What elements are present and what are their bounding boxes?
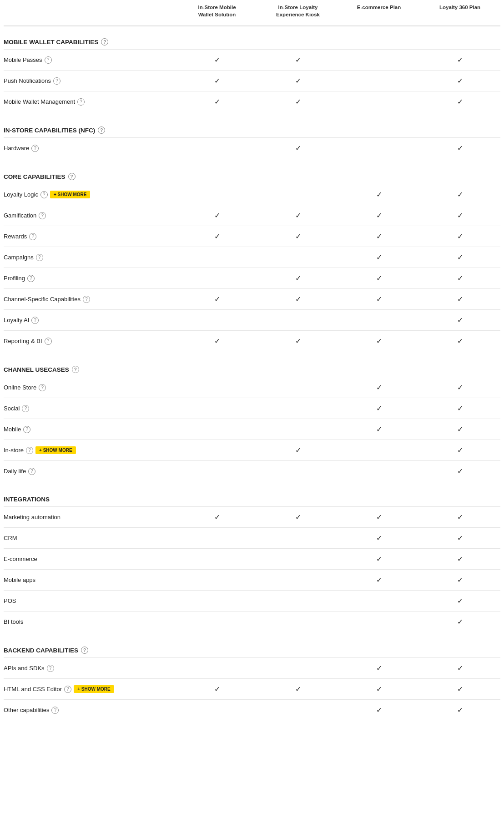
check-cell-col2: ✓ (257, 232, 338, 241)
check-cell-col3: ✓ (338, 211, 419, 220)
row-help-icon[interactable]: ? (26, 447, 33, 454)
checkmark-icon: ✓ (376, 404, 382, 412)
check-cell-col3: ✓ (338, 383, 419, 392)
checkmark-icon: ✓ (457, 664, 463, 672)
row-help-icon[interactable]: ? (51, 707, 59, 714)
checkmark-icon: ✓ (376, 232, 382, 240)
checkmark-icon: ✓ (457, 337, 463, 345)
row-label: Marketing automation (4, 509, 176, 525)
row-help-icon[interactable]: ? (36, 254, 43, 261)
checkmark-icon: ✓ (295, 295, 301, 303)
row-help-icon[interactable]: ? (53, 77, 60, 85)
checkmark-icon: ✓ (376, 191, 382, 198)
row-label: Mobile Passes? (4, 52, 176, 68)
check-cell-col4: ✓ (419, 575, 500, 585)
show-more-button[interactable]: + SHOW MORE (74, 685, 114, 693)
row-label-text: Mobile apps (4, 576, 35, 583)
checkmark-icon: ✓ (457, 425, 463, 433)
checkmark-icon: ✓ (295, 212, 301, 219)
check-cell-col4: ✓ (419, 445, 500, 455)
row-label: Social? (4, 400, 176, 417)
row-help-icon[interactable]: ? (77, 98, 85, 106)
row-help-icon[interactable]: ? (31, 145, 39, 152)
row-help-icon[interactable]: ? (83, 296, 90, 303)
checkmark-icon: ✓ (376, 576, 382, 584)
show-more-button[interactable]: + SHOW MORE (50, 191, 91, 198)
checkmark-icon: ✓ (457, 404, 463, 412)
row-help-icon[interactable]: ? (28, 468, 35, 475)
help-icon-channel-usecases[interactable]: ? (72, 366, 79, 373)
checkmark-icon: ✓ (457, 467, 463, 475)
row-label-text: Mobile Wallet Management (4, 98, 75, 105)
table-row: Mobile?✓✓ (4, 419, 500, 440)
row-label-text: BI tools (4, 618, 23, 625)
row-label-text: E-commerce (4, 556, 37, 562)
checkmark-icon: ✓ (457, 706, 463, 714)
row-help-icon[interactable]: ? (40, 191, 48, 198)
check-cell-col3: ✓ (338, 294, 419, 304)
checkmark-icon: ✓ (295, 232, 301, 240)
row-help-icon[interactable]: ? (39, 384, 46, 391)
help-icon-backend[interactable]: ? (81, 647, 88, 654)
row-help-icon[interactable]: ? (27, 275, 35, 282)
col-header-2: In-Store LoyaltyExperience Kiosk (257, 0, 338, 22)
checkmark-icon: ✓ (214, 56, 220, 64)
section-header-integrations: INTEGRATIONS (4, 486, 500, 506)
row-help-icon[interactable]: ? (47, 665, 54, 672)
check-cell-col2: ✓ (257, 684, 338, 694)
checkmark-icon: ✓ (376, 513, 382, 521)
check-cell-col3: ✓ (338, 425, 419, 434)
show-more-button[interactable]: + SHOW MORE (35, 446, 76, 454)
row-label: Mobile apps (4, 572, 176, 588)
row-label-text: Mobile (4, 426, 21, 433)
row-label-text: Profiling (4, 275, 25, 282)
row-help-icon[interactable]: ? (45, 56, 52, 64)
checkmark-icon: ✓ (214, 337, 220, 345)
row-help-icon[interactable]: ? (29, 233, 36, 240)
row-label-text: APIs and SDKs (4, 665, 45, 672)
check-cell-col4: ✓ (419, 294, 500, 304)
check-cell-col2: ✓ (257, 273, 338, 283)
row-label-text: Hardware (4, 145, 29, 152)
row-help-icon[interactable]: ? (23, 426, 30, 433)
col-header-1: In-Store MobileWallet Solution (176, 0, 257, 22)
check-cell-col4: ✓ (419, 425, 500, 434)
checkmark-icon: ✓ (457, 98, 463, 106)
checkmark-icon: ✓ (295, 337, 301, 345)
check-cell-col3: ✓ (338, 232, 419, 241)
row-help-icon[interactable]: ? (64, 686, 71, 693)
checkmark-icon: ✓ (376, 534, 382, 542)
check-cell-col1: ✓ (176, 232, 257, 241)
checkmark-icon: ✓ (214, 77, 220, 85)
row-help-icon[interactable]: ? (22, 405, 29, 412)
table-row: Loyalty AI?✓ (4, 309, 500, 330)
row-help-icon[interactable]: ? (45, 338, 52, 345)
check-cell-col4: ✓ (419, 55, 500, 65)
row-label: Mobile? (4, 421, 176, 438)
table-row: POS✓ (4, 590, 500, 611)
checkmark-icon: ✓ (457, 232, 463, 240)
check-cell-col3: ✓ (338, 273, 419, 283)
checkmark-icon: ✓ (376, 555, 382, 563)
check-cell-col3: ✓ (338, 575, 419, 585)
section-spacer (4, 481, 500, 486)
check-cell-col3: ✓ (338, 684, 419, 694)
table-row: Reporting & BI?✓✓✓✓ (4, 330, 500, 351)
row-label: HTML and CSS Editor?+ SHOW MORE (4, 681, 176, 697)
help-icon-instore-nfc[interactable]: ? (98, 126, 105, 134)
row-label: Hardware? (4, 140, 176, 157)
help-icon-mobile-wallet[interactable]: ? (101, 38, 108, 45)
check-cell-col4: ✓ (419, 404, 500, 413)
table-row: Profiling?✓✓✓ (4, 268, 500, 288)
checkmark-icon: ✓ (214, 295, 220, 303)
checkmark-icon: ✓ (295, 98, 301, 106)
check-cell-col4: ✓ (419, 97, 500, 106)
check-cell-col2: ✓ (257, 143, 338, 153)
table-row: CRM✓✓ (4, 527, 500, 548)
row-help-icon[interactable]: ? (39, 212, 46, 219)
checkmark-icon: ✓ (214, 212, 220, 219)
help-icon-core[interactable]: ? (68, 173, 76, 180)
row-label-text: Reporting & BI (4, 338, 42, 344)
row-help-icon[interactable]: ? (31, 317, 39, 324)
row-label: Online Store? (4, 379, 176, 396)
